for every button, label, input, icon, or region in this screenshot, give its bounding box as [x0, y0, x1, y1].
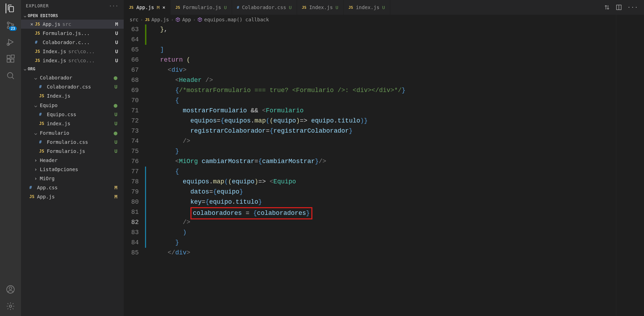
- file-icon: #: [29, 185, 37, 190]
- code-line: {: [145, 167, 644, 177]
- code-line: registrarColaborador={registrarColaborad…: [145, 126, 644, 136]
- svg-rect-4: [7, 55, 10, 58]
- close-icon[interactable]: ×: [162, 5, 165, 10]
- code-line: ]: [145, 45, 644, 55]
- tab-label: Index.js: [309, 5, 333, 10]
- line-number: 84: [124, 238, 139, 248]
- line-number: 65: [124, 45, 139, 55]
- split-icon[interactable]: [616, 4, 622, 10]
- debug-icon[interactable]: [6, 37, 15, 47]
- file-status: U: [115, 40, 121, 45]
- code-content[interactable]: }, ] return ( <div> <Header /> {/*mostra…: [145, 24, 644, 316]
- file-icon: JS: [145, 17, 150, 22]
- tree-label: MiOrg: [40, 176, 55, 181]
- extensions-icon[interactable]: [6, 54, 15, 64]
- compare-icon[interactable]: [604, 4, 610, 10]
- line-number: 72: [124, 116, 139, 126]
- more-icon[interactable]: ···: [628, 5, 638, 10]
- activity-bar: 23: [0, 0, 21, 316]
- code-line: />: [145, 217, 644, 227]
- svg-point-8: [7, 72, 13, 78]
- code-line: equipos.map((equipo)=> <Equipo: [145, 177, 644, 187]
- line-number: 85: [124, 248, 139, 258]
- tree-item[interactable]: JSindex.jsU: [21, 119, 124, 128]
- line-number: 75: [124, 146, 139, 156]
- tab[interactable]: #Colaborador.cssU: [232, 0, 297, 15]
- svg-rect-5: [7, 59, 10, 62]
- breadcrumb[interactable]: src›JSApp.js›App›equipos.map() callback: [124, 15, 644, 24]
- tree-label: Formulario: [40, 130, 69, 136]
- tree-item[interactable]: ⌵Colaborador●: [21, 73, 124, 82]
- line-number: 82: [124, 217, 139, 227]
- tree-item[interactable]: ⌵Equipo●: [21, 100, 124, 110]
- source-control-icon[interactable]: 23: [6, 20, 15, 30]
- tree-label: Index.js: [47, 93, 70, 99]
- line-number: 70: [124, 96, 139, 106]
- search-icon[interactable]: [6, 71, 15, 80]
- line-number: 69: [124, 85, 139, 96]
- open-editor-item[interactable]: #Colaborador.c...U: [21, 38, 124, 47]
- code-line: />: [145, 136, 644, 146]
- minimap[interactable]: [616, 15, 644, 316]
- tab-label: Formulario.js: [183, 5, 221, 10]
- tab[interactable]: JSindex.jsU: [343, 0, 390, 15]
- breadcrumb-item[interactable]: JSApp.js: [145, 17, 169, 22]
- close-icon[interactable]: ×: [29, 21, 35, 27]
- sidebar-title: EXPLORER: [26, 3, 49, 8]
- file-status: U: [115, 84, 121, 90]
- tree-label: App.js: [37, 194, 55, 199]
- tree-label: Equipo.css: [47, 112, 76, 117]
- tree-item[interactable]: ›MiOrg: [21, 174, 124, 183]
- tree-label: Header: [40, 157, 58, 163]
- breadcrumb-item[interactable]: App: [175, 17, 191, 22]
- code-editor[interactable]: 6364656667686970717273747576777879808182…: [124, 24, 644, 316]
- file-name: Index.js: [43, 49, 66, 54]
- chevron-icon: ⌵: [34, 130, 40, 136]
- open-editor-item[interactable]: JSFormulario.js...U: [21, 29, 124, 38]
- line-number: 80: [124, 197, 139, 207]
- breadcrumb-item[interactable]: equipos.map() callback: [197, 17, 269, 22]
- tree-item[interactable]: #Colaborador.cssU: [21, 82, 124, 91]
- tree-item[interactable]: #App.cssM: [21, 183, 124, 192]
- svg-rect-6: [11, 59, 14, 62]
- tree-item[interactable]: JSIndex.js: [21, 91, 124, 100]
- project-section[interactable]: ⌵ ORG: [21, 65, 124, 73]
- file-icon: JS: [39, 149, 47, 154]
- open-editor-item[interactable]: JSIndex.jssrc\co...U: [21, 47, 124, 56]
- tree-item[interactable]: #Formulario.cssU: [21, 138, 124, 147]
- cube-icon: [197, 17, 202, 22]
- tab[interactable]: JSApp.jsM×: [124, 0, 171, 15]
- tab[interactable]: JSFormulario.jsU: [171, 0, 232, 15]
- sidebar: EXPLORER ··· ⌵ OPEN EDITORS ×JSApp.jssrc…: [21, 0, 124, 316]
- tree-item[interactable]: #Equipo.cssU: [21, 110, 124, 119]
- explorer-icon[interactable]: [6, 3, 15, 13]
- file-status: ●: [114, 129, 121, 136]
- open-editor-item[interactable]: JSindex.jssrc\co...U: [21, 56, 124, 65]
- file-status: U: [115, 121, 121, 126]
- tree-item[interactable]: ›Header: [21, 156, 124, 165]
- chevron-down-icon: ⌵: [24, 13, 26, 18]
- tab[interactable]: JSIndex.jsU: [297, 0, 344, 15]
- tree-item[interactable]: ›ListaOpciones: [21, 165, 124, 174]
- code-line: ): [145, 227, 644, 238]
- file-status: ●: [114, 101, 121, 109]
- open-editor-item[interactable]: ×JSApp.jssrcM: [21, 20, 124, 29]
- tree-label: ListaOpciones: [40, 167, 78, 172]
- file-icon: #: [39, 84, 47, 89]
- file-status: M: [115, 194, 121, 199]
- svg-point-11: [9, 305, 12, 308]
- tree-item[interactable]: ⌵Formulario●: [21, 128, 124, 138]
- tab-label: index.js: [356, 5, 379, 10]
- more-icon[interactable]: ···: [109, 3, 119, 8]
- gear-icon[interactable]: [6, 301, 15, 311]
- account-icon[interactable]: [6, 285, 15, 294]
- tree-item[interactable]: JSFormulario.jsU: [21, 147, 124, 156]
- breadcrumb-item[interactable]: src: [130, 17, 138, 22]
- tab-status: U: [289, 5, 292, 10]
- file-name: Formulario.js...: [43, 30, 90, 36]
- file-status: U: [115, 112, 121, 117]
- open-editors-section[interactable]: ⌵ OPEN EDITORS: [21, 12, 124, 20]
- line-number: 67: [124, 65, 139, 75]
- tree-label: Colaborador: [40, 75, 72, 80]
- tree-item[interactable]: JSApp.jsM: [21, 192, 124, 201]
